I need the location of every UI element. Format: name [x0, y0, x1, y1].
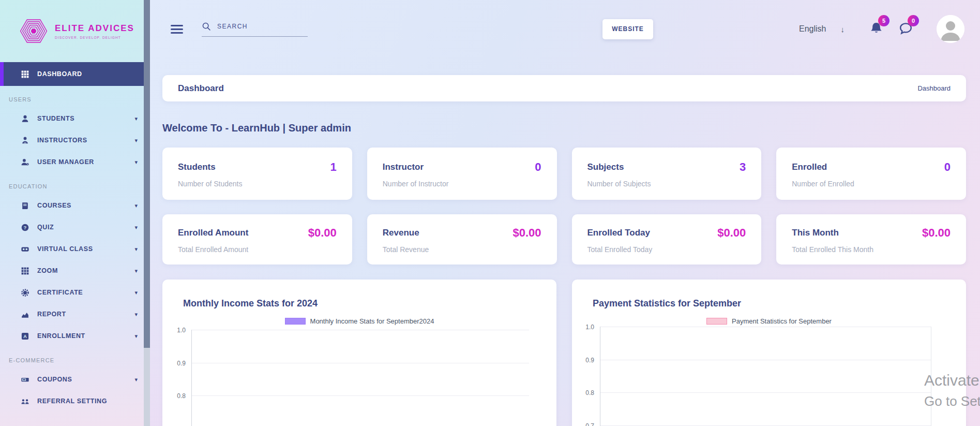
sidebar-item-quiz[interactable]: ? QUIZ ▾	[0, 216, 150, 238]
stat-subtitle: Number of Students	[178, 180, 337, 188]
legend-label: Payment Statistics for September	[732, 317, 832, 325]
grid-icon	[21, 70, 29, 79]
chevron-down-icon: ▾	[134, 246, 138, 253]
monthly-income-chart: Monthly Income Stats for 2024 Monthly In…	[162, 280, 556, 426]
chevron-down-icon: ▾	[134, 333, 138, 340]
sidebar-item-students[interactable]: STUDENTS ▾	[0, 108, 150, 129]
stat-card-subjects: Subjects 3 Number of Subjects	[572, 148, 762, 200]
chevron-down-icon: ▾	[134, 311, 138, 318]
notifications-button[interactable]: 5	[869, 21, 883, 37]
sidebar-item-virtual-class[interactable]: VIRTUAL CLASS ▾	[0, 238, 150, 260]
stat-value: $0.00	[922, 226, 951, 240]
message-count-badge: 0	[908, 15, 919, 26]
stat-card-enrolled-amount: Enrolled Amount $0.00 Total Enrolled Amo…	[162, 214, 352, 265]
language-selector[interactable]: English ↓	[799, 24, 845, 34]
y-axis-tick: 0.8	[585, 389, 594, 396]
payment-statistics-chart: Payment Statistics for September Payment…	[572, 280, 966, 426]
stat-card-enrolled: Enrolled 0 Number of Enrolled	[776, 148, 966, 200]
user-avatar[interactable]	[937, 15, 964, 43]
brand-hexagon-icon	[19, 16, 49, 46]
sidebar-item-user-manager[interactable]: USER MANAGER ▾	[0, 151, 150, 173]
welcome-heading: Welcome To - LearnHub | Super admin	[162, 122, 966, 134]
stat-card-instructor: Instructor 0 Number of Instructor	[367, 148, 557, 200]
hamburger-menu-icon[interactable]	[171, 23, 183, 36]
charts-row: Monthly Income Stats for 2024 Monthly In…	[162, 280, 966, 426]
chart-legend[interactable]: Monthly Income Stats for September2024	[162, 317, 556, 325]
y-axis-tick: 1.0	[177, 327, 186, 334]
referral-users-icon	[21, 397, 29, 406]
stat-cards-row-2: Enrolled Amount $0.00 Total Enrolled Amo…	[162, 214, 966, 265]
sidebar-item-report[interactable]: REPORT ▾	[0, 303, 150, 325]
sidebar-section-education: EDUCATION	[0, 173, 150, 195]
chart-plot-area: 1.0 0.9 0.8 0.7	[600, 327, 931, 426]
sidebar-item-zoom[interactable]: ZOOM ▾	[0, 260, 150, 282]
brand-logo[interactable]: ELITE ADVICES DISCOVER. DEVELOP. DELIGHT	[0, 0, 150, 62]
search-bar	[202, 22, 308, 37]
vr-headset-icon	[21, 245, 29, 254]
stat-subtitle: Number of Instructor	[383, 180, 541, 188]
sidebar-scrollbar[interactable]	[144, 0, 150, 426]
medal-icon	[21, 288, 29, 297]
topbar: WEBSITE English ↓ 5 0	[150, 0, 980, 58]
legend-swatch	[706, 318, 727, 325]
instructor-icon	[21, 136, 29, 145]
chevron-down-icon: ▾	[134, 202, 138, 209]
search-input[interactable]	[217, 23, 300, 30]
stat-value: $0.00	[717, 226, 746, 240]
sidebar: ELITE ADVICES DISCOVER. DEVELOP. DELIGHT…	[0, 0, 150, 426]
stat-title: Enrolled Today	[587, 228, 651, 238]
sidebar-item-label: STUDENTS	[37, 115, 74, 122]
language-label: English	[799, 24, 826, 34]
sidebar-item-label: VIRTUAL CLASS	[37, 245, 93, 253]
stat-title: Students	[178, 162, 216, 172]
area-chart-icon	[21, 310, 29, 319]
stat-subtitle: Number of Enrolled	[792, 180, 951, 188]
sidebar-item-label: DASHBOARD	[37, 70, 82, 78]
svg-text:A: A	[23, 334, 27, 339]
chevron-down-icon: ▾	[134, 268, 138, 274]
stat-cards-row-1: Students 1 Number of Students Instructor…	[162, 148, 966, 200]
stat-title: Subjects	[587, 162, 624, 172]
stat-title: Enrolled Amount	[178, 228, 248, 238]
stat-value: 3	[740, 160, 746, 174]
breadcrumb-bar: Dashboard Dashboard	[162, 75, 966, 101]
chevron-down-icon: ▾	[134, 137, 138, 144]
sidebar-item-coupons[interactable]: COUPONS ▾	[0, 369, 150, 390]
avatar-silhouette-icon	[937, 15, 964, 43]
enrollment-icon: A	[21, 332, 29, 341]
legend-swatch	[285, 318, 306, 325]
stat-value: 0	[535, 160, 541, 174]
stat-value: $0.00	[512, 226, 541, 240]
sidebar-item-instructors[interactable]: INSTRUCTORS ▾	[0, 129, 150, 151]
sidebar-item-label: INSTRUCTORS	[37, 137, 87, 144]
messages-button[interactable]: 0	[899, 21, 913, 37]
chevron-down-icon: ▾	[134, 159, 138, 166]
chart-legend[interactable]: Payment Statistics for September	[572, 317, 966, 325]
sidebar-item-courses[interactable]: COURSES ▾	[0, 195, 150, 216]
brand-name: ELITE ADVICES	[55, 23, 134, 34]
y-axis-tick: 0.9	[177, 360, 186, 367]
sidebar-scrollbar-thumb[interactable]	[144, 0, 150, 348]
sidebar-item-referral-setting[interactable]: REFERRAL SETTING	[0, 390, 150, 412]
sidebar-item-label: CERTIFICATE	[37, 289, 83, 296]
y-axis-tick: 0.9	[585, 357, 594, 364]
stat-subtitle: Total Revenue	[383, 245, 541, 254]
sidebar-item-enrollment[interactable]: A ENROLLMENT ▾	[0, 325, 150, 347]
stat-subtitle: Total Enrolled Amount	[178, 245, 337, 254]
sidebar-item-label: ENROLLMENT	[37, 332, 85, 340]
sidebar-item-certificate[interactable]: CERTIFICATE ▾	[0, 282, 150, 303]
y-axis-tick: 0.8	[177, 392, 186, 400]
svg-text:?: ?	[24, 224, 27, 230]
sidebar-item-dashboard[interactable]: DASHBOARD	[0, 62, 144, 86]
sidebar-item-label: REPORT	[37, 311, 66, 318]
website-button[interactable]: WEBSITE	[602, 19, 653, 39]
stat-title: Revenue	[383, 228, 419, 238]
brand-tagline: DISCOVER. DEVELOP. DELIGHT	[55, 36, 134, 39]
stat-subtitle: Total Enrolled This Month	[792, 245, 951, 254]
search-icon	[202, 22, 211, 31]
student-icon	[21, 114, 29, 123]
breadcrumb[interactable]: Dashboard	[917, 84, 951, 92]
sidebar-item-label: COURSES	[37, 202, 71, 209]
stat-value: 1	[330, 160, 337, 174]
chart-title: Monthly Income Stats for 2024	[183, 298, 556, 309]
